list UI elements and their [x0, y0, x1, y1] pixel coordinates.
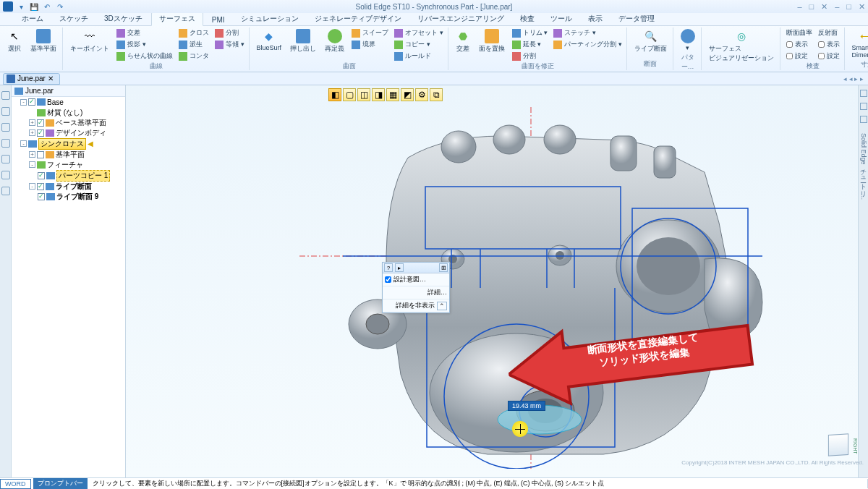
rail-icon[interactable]: [860, 90, 867, 97]
maximize-icon[interactable]: □: [809, 2, 814, 12]
extend-button[interactable]: 延長 ▾: [511, 39, 550, 50]
curvature-show[interactable]: 表示: [785, 39, 814, 50]
rail-icon[interactable]: [1, 139, 10, 148]
cross-button[interactable]: クロス: [177, 27, 210, 38]
ruled-button[interactable]: ルールド: [393, 51, 445, 61]
copy-surf-button[interactable]: コピー ▾: [393, 39, 445, 50]
dimension-readout[interactable]: 19.43 mm: [508, 401, 545, 411]
doc-close-icon[interactable]: ✕: [859, 2, 865, 12]
view-btn[interactable]: ◨: [372, 88, 385, 101]
contour-button[interactable]: コンタ: [177, 51, 210, 61]
tab-inspect[interactable]: 検査: [513, 12, 542, 25]
tree-item[interactable]: -フィーチャ: [29, 160, 83, 170]
tab-3dsketch[interactable]: 3Dスケッチ: [97, 12, 150, 25]
select-button[interactable]: ↖選択: [4, 27, 25, 55]
tab-simulation[interactable]: シミュレーション: [234, 12, 306, 25]
ribbon-group-dim: ⟷Smart Dimension 寸法: [846, 27, 868, 70]
tree-item[interactable]: +基準平面: [29, 150, 85, 160]
rail-icon[interactable]: [1, 187, 10, 195]
doc-minimize-icon[interactable]: –: [835, 2, 839, 12]
rail-icon[interactable]: [860, 103, 867, 110]
drag-point-icon[interactable]: [512, 421, 528, 437]
intersect-surf-button[interactable]: ⬣交差: [453, 27, 473, 55]
extrude-button[interactable]: 押し出し: [287, 27, 319, 55]
tab-reverse[interactable]: リバースエンジニアリング: [410, 12, 511, 25]
helix-button[interactable]: らせん状の曲線: [115, 51, 174, 61]
project-button[interactable]: 投影 ▾: [115, 39, 174, 50]
close-icon[interactable]: ✕: [821, 2, 827, 12]
surface-viz-button[interactable]: ◎サーフェス ビジュアリゼーション: [706, 27, 777, 64]
hide-detail-row[interactable]: 詳細を非表示⌃: [383, 299, 449, 312]
reflect-show[interactable]: 表示: [817, 39, 841, 50]
qat-dropdown-icon[interactable]: ▾: [16, 1, 26, 12]
rail-icon[interactable]: [1, 107, 10, 116]
tree-item[interactable]: -ライブ断面: [29, 182, 92, 192]
view-btn[interactable]: ▦: [386, 88, 399, 101]
view-btn[interactable]: ▢: [343, 88, 356, 101]
ref-plane-button[interactable]: 基準平面: [27, 27, 59, 55]
split-surf-button[interactable]: 分割: [511, 51, 550, 61]
help-icon[interactable]: ?: [384, 263, 393, 272]
stitch-button[interactable]: ステッチ ▾: [552, 27, 624, 38]
right-tab-label[interactable]: Solid Edgeチュートリ…: [859, 133, 868, 200]
save-icon[interactable]: 💾: [29, 1, 39, 12]
rail-icon[interactable]: [1, 91, 10, 100]
redefine-button[interactable]: 再定義: [322, 27, 347, 55]
tree-item[interactable]: +デザインボディ: [29, 128, 106, 138]
tab-surface[interactable]: サーフェス: [151, 12, 203, 26]
minimize-icon[interactable]: –: [797, 2, 801, 12]
tab-tools[interactable]: ツール: [543, 12, 579, 25]
intersect-button[interactable]: 交差: [115, 27, 174, 38]
detail-row[interactable]: 詳細…: [383, 286, 449, 299]
doc-tab-active[interactable]: June.par ✕: [3, 73, 60, 85]
tab-sketch[interactable]: スケッチ: [52, 12, 95, 25]
view-btn[interactable]: ◫: [357, 88, 370, 101]
sweep-button[interactable]: スイープ: [350, 27, 390, 38]
doc-tab-close-icon[interactable]: ✕: [48, 75, 54, 82]
viewport-3d[interactable]: ◧ ▢ ◫ ◨ ▦ ◩ ⚙ ⧉: [126, 85, 868, 477]
doc-nav[interactable]: ◂ ◂ ▸ ▸: [843, 75, 864, 82]
tree-item[interactable]: -Base: [20, 98, 64, 106]
rail-icon[interactable]: [860, 116, 867, 123]
pattern-button[interactable]: ▾: [678, 27, 698, 53]
rail-icon[interactable]: [1, 171, 10, 179]
keypoint-button[interactable]: 〰キーポイント: [67, 27, 112, 55]
design-intent-row[interactable]: 設計意図…: [383, 273, 449, 286]
curvature-set[interactable]: 設定: [785, 51, 814, 61]
tab-data[interactable]: データ管理: [611, 12, 662, 25]
bluesurf-button[interactable]: ◆BlueSurf: [254, 27, 285, 53]
replace-face-button[interactable]: 面を置換: [476, 27, 508, 55]
redo-icon[interactable]: ↷: [55, 1, 65, 12]
pin-icon[interactable]: ⊞: [439, 263, 448, 272]
smart-dim-button[interactable]: ⟷Smart Dimension: [849, 27, 868, 60]
play-icon[interactable]: ▸: [395, 263, 404, 272]
live-section-button[interactable]: 🔍ライブ断面: [631, 27, 670, 55]
tab-home[interactable]: ホーム: [14, 12, 51, 25]
tab-pmi[interactable]: PMI: [205, 14, 232, 25]
view-btn[interactable]: ⚙: [415, 88, 428, 101]
view-btn[interactable]: ⧉: [430, 88, 443, 101]
view-btn[interactable]: ◩: [401, 88, 414, 101]
trim-button[interactable]: トリム ▾: [511, 27, 550, 38]
reflect-set[interactable]: 設定: [817, 51, 841, 61]
doc-maximize-icon[interactable]: □: [846, 2, 851, 12]
tree-item-selected2[interactable]: パーツコピー 1: [38, 170, 110, 182]
tree-item-selected[interactable]: -シンクロナス◀: [20, 138, 93, 150]
split-curve-button[interactable]: 分割: [213, 27, 246, 38]
rail-icon[interactable]: [1, 123, 10, 132]
offset-button[interactable]: オフセット ▾: [393, 27, 445, 38]
bounded-button[interactable]: 境界: [350, 39, 390, 50]
isocline-button[interactable]: 等傾 ▾: [213, 39, 246, 50]
tree-item[interactable]: +ベース基準平面: [29, 118, 106, 128]
derive-button[interactable]: 派生: [177, 39, 210, 50]
parting-button[interactable]: パーティング分割 ▾: [552, 39, 624, 50]
tab-generative[interactable]: ジェネレーティブデザイン: [307, 12, 409, 25]
tree-root[interactable]: June.par: [12, 85, 125, 97]
tree-item[interactable]: ライブ断面 9: [38, 192, 98, 202]
tab-view[interactable]: 表示: [581, 12, 610, 25]
design-intent-panel[interactable]: ? ▸ ⊞ 設計意図… 詳細… 詳細を非表示⌃: [382, 262, 450, 313]
view-btn[interactable]: ◧: [328, 88, 341, 101]
rail-icon[interactable]: [1, 155, 10, 163]
tree-item[interactable]: 材質 (なし): [29, 108, 82, 118]
undo-icon[interactable]: ↶: [42, 1, 52, 12]
